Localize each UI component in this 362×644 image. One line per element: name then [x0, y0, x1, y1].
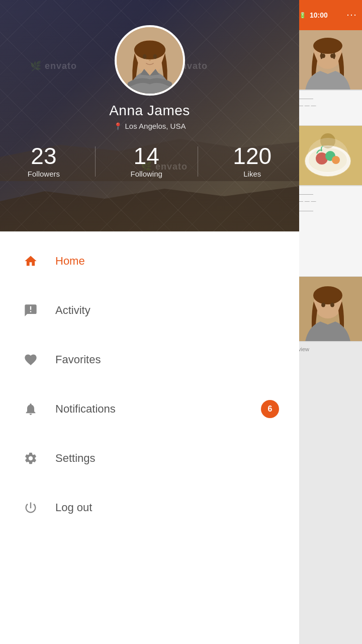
menu-label-notifications: Notifications — [55, 403, 116, 416]
svg-point-17 — [316, 152, 328, 165]
right-text-line-4: — — — — [298, 198, 358, 204]
svg-point-26 — [313, 286, 342, 304]
drawer-panel: 🌿 envato 🌿 envato 🌿 envato — [0, 0, 299, 644]
menu-item-favorites[interactable]: Favorites — [0, 335, 299, 384]
svg-point-11 — [313, 38, 342, 54]
right-thumb-bottom — [294, 277, 362, 342]
right-text-line-1: ——— — [298, 96, 358, 101]
profile-header: 🌿 envato 🌿 envato 🌿 envato — [0, 0, 299, 231]
menu-item-notifications[interactable]: Notifications 6 — [0, 384, 299, 434]
status-bar: 🔋 10:00 — [299, 11, 328, 19]
user-name: Anna James — [109, 103, 190, 119]
menu-item-home[interactable]: Home — [0, 236, 299, 286]
food-thumbnail — [294, 126, 362, 185]
followers-label: Followers — [28, 170, 60, 178]
notification-badge: 6 — [261, 400, 279, 418]
profile-content: Anna James 📍 Los Angelos, USA 23 Followe… — [0, 0, 299, 178]
logout-icon — [20, 497, 41, 518]
view-label: view — [298, 346, 358, 352]
activity-icon — [20, 300, 41, 321]
menu-list: Home Activity Favorites — [0, 231, 299, 644]
menu-label-activity: Activity — [55, 304, 90, 317]
likes-stat: 120 Likes — [233, 144, 272, 178]
svg-point-6 — [153, 54, 157, 59]
right-thumb-food — [294, 126, 362, 186]
following-count: 14 — [134, 144, 159, 168]
location-row: 📍 Los Angelos, USA — [114, 122, 186, 130]
svg-point-28 — [330, 303, 334, 307]
right-text-line-5: ——— — [298, 208, 358, 213]
stat-divider-2 — [198, 146, 198, 177]
menu-item-settings[interactable]: Settings — [0, 434, 299, 483]
person-thumbnail — [294, 30, 362, 90]
favorites-icon — [20, 349, 41, 370]
right-text-block-1: ——— — — — — [294, 91, 362, 126]
svg-point-19 — [332, 156, 340, 164]
right-text-block-2: ——— — — — ——— — [294, 186, 362, 277]
svg-point-16 — [309, 148, 347, 172]
following-stat: 14 Following — [131, 144, 162, 178]
right-text-line-2: — — — — [298, 103, 358, 108]
svg-point-21 — [305, 146, 350, 176]
avatar[interactable] — [115, 25, 185, 96]
status-time: 10:00 — [310, 11, 328, 19]
svg-point-13 — [330, 54, 334, 58]
followers-stat: 23 Followers — [28, 144, 60, 178]
menu-label-home: Home — [55, 255, 85, 268]
settings-icon — [20, 448, 41, 469]
svg-point-18 — [325, 151, 335, 161]
likes-label: Likes — [243, 170, 261, 178]
right-bottom-text: view — [294, 342, 362, 356]
battery-icon: 🔋 — [299, 12, 306, 19]
menu-label-favorites: Favorites — [55, 353, 101, 366]
home-icon — [20, 251, 41, 272]
svg-point-5 — [142, 54, 146, 59]
avatar-image — [117, 27, 183, 94]
notifications-icon — [20, 398, 41, 420]
svg-point-20 — [320, 133, 335, 148]
more-menu-icon[interactable]: ⋮ — [346, 10, 358, 21]
stats-row: 23 Followers 14 Following 120 Likes — [0, 144, 299, 178]
menu-item-logout[interactable]: Log out — [0, 483, 299, 532]
menu-item-activity[interactable]: Activity — [0, 286, 299, 335]
menu-label-logout: Log out — [55, 501, 92, 514]
followers-count: 23 — [31, 144, 56, 168]
right-top-bar: 🔋 10:00 ⋮ — [294, 0, 362, 30]
following-label: Following — [131, 170, 162, 178]
right-thumb-person — [294, 30, 362, 91]
stat-divider-1 — [95, 146, 96, 177]
likes-count: 120 — [233, 144, 272, 168]
svg-point-12 — [321, 54, 325, 58]
right-panel: 🔋 10:00 ⋮ ——— — — — — [294, 0, 362, 644]
svg-point-27 — [321, 303, 325, 307]
right-text-line-3: ——— — [298, 191, 358, 197]
menu-label-settings: Settings — [55, 452, 96, 465]
user-location: Los Angelos, USA — [125, 122, 186, 130]
location-icon: 📍 — [114, 122, 122, 130]
